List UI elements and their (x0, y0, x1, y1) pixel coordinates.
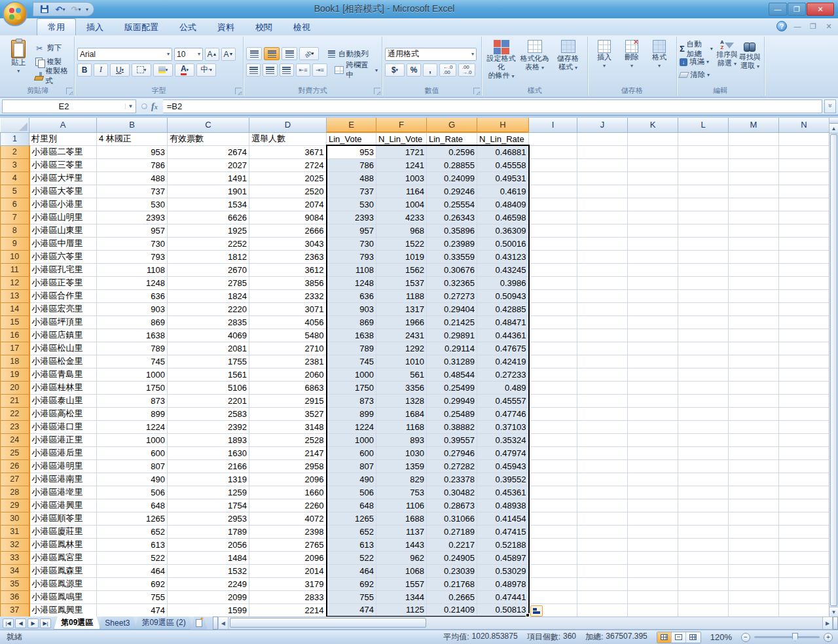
cell[interactable]: 829 (376, 473, 427, 486)
cell[interactable] (529, 276, 577, 289)
cell[interactable]: 2958 (249, 459, 327, 473)
cell[interactable] (577, 381, 628, 394)
cell[interactable]: 0.31066 (427, 512, 477, 525)
cell[interactable]: 0.44361 (477, 329, 529, 342)
cell[interactable]: 1108 (327, 263, 376, 276)
cell[interactable]: 530 (97, 198, 168, 211)
tab-split-handle[interactable] (213, 617, 218, 630)
cell[interactable]: 2381 (249, 355, 327, 368)
font-color-button[interactable]: A▾ (175, 63, 194, 77)
cell[interactable]: 0.45943 (477, 459, 529, 473)
cell[interactable]: 2833 (249, 590, 327, 603)
clear-button[interactable]: 清除▾ (680, 69, 713, 81)
cell[interactable]: 1660 (249, 486, 327, 499)
cell[interactable]: 1532 (168, 564, 249, 577)
cell[interactable]: 2201 (168, 394, 249, 407)
cell[interactable] (529, 342, 577, 355)
cell[interactable] (678, 473, 729, 486)
cell[interactable]: 789 (97, 342, 168, 355)
row-header-12[interactable]: 12 (1, 276, 29, 289)
cell[interactable]: 0.23039 (427, 564, 477, 577)
cell[interactable]: 1344 (376, 590, 427, 603)
cell[interactable]: 789 (327, 342, 376, 355)
cell[interactable] (729, 289, 779, 302)
cell[interactable] (628, 158, 678, 171)
cell[interactable] (529, 407, 577, 420)
cell[interactable]: 648 (97, 499, 168, 512)
column-header-K[interactable]: K (628, 118, 678, 132)
autosum-button[interactable]: Σ自動加總▾ (680, 43, 713, 55)
cell[interactable]: 1000 (327, 368, 376, 381)
insert-worksheet-button[interactable] (191, 617, 208, 630)
cell[interactable]: 755 (327, 590, 376, 603)
row-header-3[interactable]: 3 (1, 158, 29, 171)
cell[interactable]: 1901 (168, 185, 249, 198)
next-sheet-button[interactable]: ▶ (27, 618, 39, 628)
cell[interactable] (577, 368, 628, 381)
cell[interactable] (529, 473, 577, 486)
cell[interactable]: 0.32365 (427, 276, 477, 289)
cell[interactable] (678, 512, 729, 525)
font-name-combo[interactable]: Arial▾ (77, 48, 172, 61)
cell[interactable]: 0.25489 (427, 407, 477, 420)
cell[interactable] (529, 211, 577, 224)
cell[interactable]: 小港區鳳源里 (29, 577, 97, 590)
workbook-minimize-button[interactable]: — (792, 22, 803, 30)
merge-center-button[interactable]: 跨欄置中▾ (333, 63, 379, 77)
cell[interactable]: 1561 (168, 368, 249, 381)
cell[interactable]: 2915 (249, 394, 327, 407)
shrink-font-button[interactable]: A▼ (221, 48, 236, 61)
cell[interactable]: 1248 (327, 276, 376, 289)
cell[interactable]: 小港區孔宅里 (29, 263, 97, 276)
cell[interactable]: 0.35324 (477, 433, 529, 446)
vertical-scroll-thumb[interactable] (830, 134, 837, 606)
cell[interactable]: 2096 (249, 551, 327, 564)
cell[interactable]: 2398 (249, 525, 327, 538)
save-button[interactable] (39, 3, 50, 15)
column-header-A[interactable]: A (29, 118, 97, 132)
cell[interactable] (577, 394, 628, 407)
cell[interactable]: 0.42419 (477, 355, 529, 368)
cell[interactable]: 2953 (168, 512, 249, 525)
cell[interactable] (628, 433, 678, 446)
cell[interactable] (729, 525, 779, 538)
cell[interactable] (577, 473, 628, 486)
cell[interactable]: 0.43123 (477, 250, 529, 263)
cell[interactable] (628, 250, 678, 263)
cell[interactable] (678, 446, 729, 459)
cell[interactable] (628, 342, 678, 355)
cell[interactable] (577, 171, 628, 185)
row-header-27[interactable]: 27 (1, 473, 29, 486)
cell[interactable] (729, 263, 779, 276)
cell[interactable] (678, 198, 729, 211)
conditional-formatting-button[interactable]: 設定格式化的條件 ▾ (484, 38, 518, 86)
cell[interactable]: 3148 (249, 420, 327, 433)
cell[interactable] (779, 224, 829, 237)
row-header-1[interactable]: 1 (1, 132, 29, 145)
cell[interactable] (779, 433, 829, 446)
cell[interactable] (678, 171, 729, 185)
cell[interactable]: 1003 (376, 171, 427, 185)
cell[interactable]: 小港區鳳森里 (29, 564, 97, 577)
align-left-button[interactable] (246, 63, 261, 77)
row-header-33[interactable]: 33 (1, 551, 29, 564)
row-header-24[interactable]: 24 (1, 433, 29, 446)
row-header-7[interactable]: 7 (1, 211, 29, 224)
clipboard-dialog-launcher[interactable] (66, 88, 73, 94)
cell[interactable]: N_Lin_Vote (376, 132, 427, 145)
cell[interactable] (577, 342, 628, 355)
cell[interactable] (577, 512, 628, 525)
cell[interactable]: 0.28673 (427, 499, 477, 512)
column-header-N[interactable]: N (779, 118, 829, 132)
cell[interactable] (678, 394, 729, 407)
cell[interactable] (779, 459, 829, 473)
cell[interactable] (678, 237, 729, 250)
cell[interactable] (678, 132, 729, 145)
cell[interactable] (628, 368, 678, 381)
cell[interactable]: 0.27946 (427, 446, 477, 459)
cell[interactable]: 506 (97, 486, 168, 499)
cell[interactable]: 小港區大苓里 (29, 185, 97, 198)
cell[interactable]: 2393 (97, 211, 168, 224)
cell[interactable]: 506 (327, 486, 376, 499)
align-middle-button[interactable] (264, 47, 280, 60)
